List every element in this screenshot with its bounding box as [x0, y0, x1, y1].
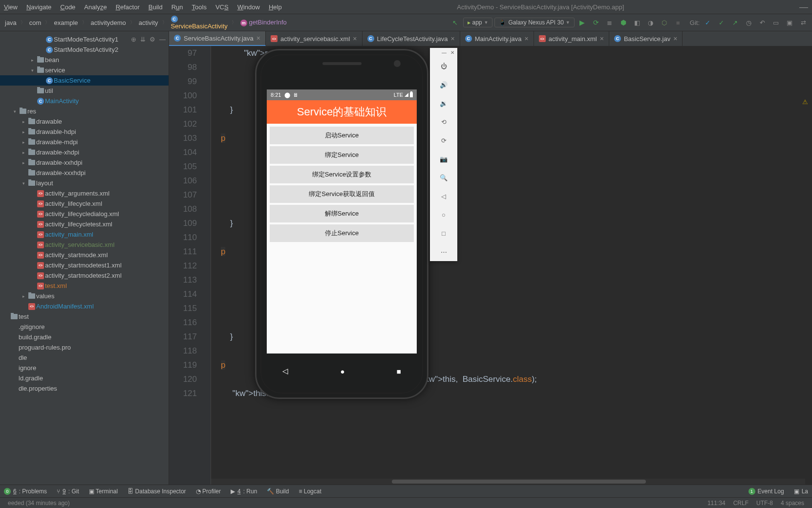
screenshot-icon[interactable]: 📷: [430, 150, 457, 168]
settings-icon[interactable]: ⚙: [150, 36, 155, 43]
tree-item-dle[interactable]: dle: [0, 353, 169, 363]
tree-item-activity_servicebasic-xml[interactable]: <>activity_servicebasic.xml: [0, 240, 169, 250]
crumb-class[interactable]: C ServiceBasicActivity: [169, 16, 230, 30]
emu-btn-启动Service[interactable]: 启动Service: [270, 127, 414, 144]
run-button[interactable]: ▶: [577, 17, 588, 28]
menu-navigate[interactable]: Navigate: [26, 3, 51, 11]
apply-changes-icon[interactable]: ⟳: [590, 17, 602, 28]
tree-item-activity_startmodetest1-xml[interactable]: <>activity_startmodetest1.xml: [0, 260, 169, 270]
tree-item-drawable-mdpi[interactable]: ▸drawable-mdpi: [0, 137, 169, 147]
git-revert-icon[interactable]: ↶: [756, 17, 768, 28]
power-icon[interactable]: ⏻: [430, 57, 457, 75]
tree-item-mainactivity[interactable]: CMainActivity: [0, 96, 169, 106]
collapse-icon[interactable]: ⇊: [140, 36, 146, 43]
zoom-icon[interactable]: 🔍: [430, 168, 457, 187]
tree-item-dle-properties[interactable]: dle.properties: [0, 383, 169, 394]
warning-icon[interactable]: ⚠: [802, 95, 808, 109]
menu-build[interactable]: Build: [149, 3, 163, 11]
crumb-example[interactable]: example: [52, 19, 80, 26]
run-config-selector[interactable]: ▸app▼: [463, 18, 493, 27]
tab-mainactivity-java[interactable]: CMainActivity.java×: [460, 31, 534, 46]
emu-btn-停止Service[interactable]: 停止Service: [270, 224, 414, 242]
bug-icon[interactable]: ⬢: [618, 17, 629, 28]
tool-profiler[interactable]: ◔ Profiler: [196, 488, 221, 495]
emu-overview-icon[interactable]: □: [430, 224, 457, 243]
tool-terminal[interactable]: ▣ Terminal: [89, 488, 118, 495]
tree-item-activity_main-xml[interactable]: <>activity_main.xml: [0, 229, 169, 240]
tree-item-drawable-xxxhdpi[interactable]: drawable-xxxhdpi: [0, 168, 169, 178]
rotate-left-icon[interactable]: ⟲: [430, 112, 457, 131]
tree-item-activity_lifecycledialog-xml[interactable]: <>activity_lifecycledialog.xml: [0, 209, 169, 219]
tab-activity_servicebasic-xml[interactable]: <>activity_servicebasic.xml×: [266, 31, 363, 46]
tree-item-activity_startmode-xml[interactable]: <>activity_startmode.xml: [0, 250, 169, 260]
tab-close-icon[interactable]: ×: [256, 34, 260, 42]
git-push-icon[interactable]: ↗: [729, 17, 741, 28]
tool-problems[interactable]: 06: Problems: [4, 488, 47, 495]
tree-item-res[interactable]: ▾res: [0, 106, 169, 116]
menu-help[interactable]: Help: [269, 3, 282, 11]
tool-eventlog[interactable]: 1Event Log: [748, 488, 784, 495]
volume-up-icon[interactable]: 🔊: [430, 75, 457, 94]
tab-servicebasicactivity-java[interactable]: CServiceBasicActivity.java×: [169, 31, 266, 46]
emu-btn-绑定Service[interactable]: 绑定Service: [270, 146, 414, 164]
menu-run[interactable]: Run: [171, 3, 183, 11]
crumb-method[interactable]: m getBinderInfo: [238, 19, 289, 26]
git-history-icon[interactable]: ◷: [743, 17, 754, 28]
menu-code[interactable]: Code: [60, 3, 75, 11]
stop-button[interactable]: ■: [672, 17, 684, 28]
tree-item-service[interactable]: ▾service: [0, 65, 169, 75]
tree-item-drawable[interactable]: ▸drawable: [0, 116, 169, 127]
tree-item-activity_arguments-xml[interactable]: <>activity_arguments.xml: [0, 188, 169, 199]
emu-btn-解绑Service[interactable]: 解绑Service: [270, 205, 414, 222]
tool-logcat[interactable]: ≡ Logcat: [299, 488, 321, 495]
sdk-icon[interactable]: ▣: [784, 17, 795, 28]
line-ending[interactable]: CRLF: [729, 500, 752, 507]
tree-item-ld-gradle[interactable]: ld.gradle: [0, 373, 169, 383]
caret-position[interactable]: 111:34: [704, 500, 729, 507]
tree-item-androidmanifest-xml[interactable]: <>AndroidManifest.xml: [0, 301, 169, 311]
debug-icon[interactable]: ≣: [604, 17, 616, 28]
tab-lifecycletestactivity-java[interactable]: CLifeCycleTestActivity.java×: [363, 31, 460, 46]
tool-git[interactable]: ⑂ 9: Git: [57, 488, 79, 495]
tree-item-layout[interactable]: ▾layout: [0, 178, 169, 188]
sync-icon[interactable]: ⇄: [797, 17, 809, 28]
tree-item-test[interactable]: test: [0, 311, 169, 322]
tree-item-util[interactable]: util: [0, 86, 169, 96]
avd-icon[interactable]: ▭: [770, 17, 782, 28]
android-home-button[interactable]: ●: [340, 367, 344, 375]
volume-down-icon[interactable]: 🔉: [430, 94, 457, 112]
tree-item-activity_lifecycletest-xml[interactable]: <>activity_lifecycletest.xml: [0, 219, 169, 229]
android-back-button[interactable]: ◁: [282, 367, 288, 375]
emu-back-icon[interactable]: ◁: [430, 187, 457, 205]
hide-icon[interactable]: —: [159, 36, 166, 43]
tool-layout[interactable]: ▣ La: [794, 488, 808, 495]
tab-close-icon[interactable]: ×: [525, 35, 529, 43]
tree-item-activity_lifecycle-xml[interactable]: <>activity_lifecycle.xml: [0, 199, 169, 209]
back-nav-icon[interactable]: ↖: [449, 17, 461, 28]
device-selector[interactable]: 📱Galaxy Nexus API 30▼: [494, 18, 574, 27]
emu-btn-绑定Service获取返回值[interactable]: 绑定Service获取返回值: [270, 185, 414, 203]
tab-close-icon[interactable]: ×: [600, 35, 604, 43]
tool-build[interactable]: 🔨 Build: [267, 488, 289, 495]
menu-refactor[interactable]: Refactor: [116, 3, 140, 11]
tree-item-drawable-hdpi[interactable]: ▸drawable-hdpi: [0, 127, 169, 137]
tab-close-icon[interactable]: ×: [451, 35, 455, 43]
menu-view[interactable]: View: [4, 3, 18, 11]
crumb-com[interactable]: com: [27, 19, 43, 26]
minimize-button[interactable]: —: [799, 2, 808, 12]
tab-close-icon[interactable]: ×: [353, 35, 357, 43]
menu-vcs[interactable]: VCS: [215, 3, 229, 11]
git-update-icon[interactable]: ✓: [702, 17, 713, 28]
tree-item-ignore[interactable]: ignore: [0, 363, 169, 373]
menu-window[interactable]: Window: [237, 3, 260, 11]
tree-item--gitignore[interactable]: .gitignore: [0, 322, 169, 332]
emulator-screen[interactable]: 8:21 ⬤ 🗏 LTE Service的基础知识 启动Service绑定Ser…: [267, 89, 417, 353]
emu-more-icon[interactable]: ⋯: [430, 243, 457, 261]
tree-item-basicservice[interactable]: CBasicService: [0, 75, 169, 86]
tool-run[interactable]: ▶ 4: Run: [231, 488, 257, 495]
tree-item-bean[interactable]: ▸bean: [0, 55, 169, 65]
tool-db[interactable]: 🗄 Database Inspector: [128, 488, 186, 495]
emulator-close-icon[interactable]: ✕: [450, 50, 454, 55]
tree-item-drawable-xxhdpi[interactable]: ▸drawable-xxhdpi: [0, 157, 169, 168]
crumb-activity[interactable]: activity: [137, 19, 160, 26]
